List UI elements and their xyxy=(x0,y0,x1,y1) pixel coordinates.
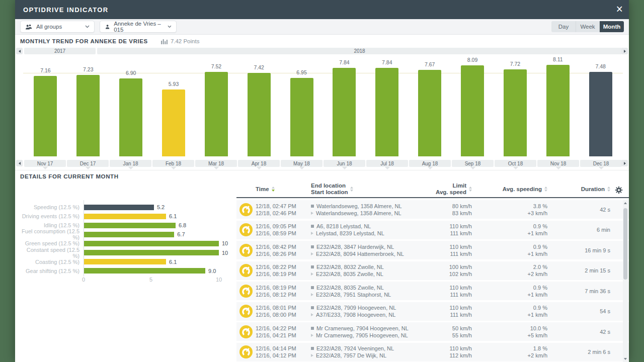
bar[interactable] xyxy=(119,78,142,156)
month-axis-cell[interactable]: Oct 18 xyxy=(495,160,536,167)
detail-bar xyxy=(84,205,154,210)
bar[interactable] xyxy=(418,70,441,156)
month-axis-cell[interactable]: May 18 xyxy=(281,160,323,167)
month-axis-cell[interactable]: Aug 18 xyxy=(409,160,451,167)
gear-icon[interactable] xyxy=(615,186,623,194)
trend-bar-sep-18[interactable]: 8.09 xyxy=(451,55,494,156)
column-header-avg-speeding[interactable]: Avg. speeding xyxy=(472,186,547,192)
month-axis-cell[interactable]: Apr 18 xyxy=(238,160,280,167)
details-axis-line xyxy=(84,200,84,277)
trend-bar-nov-17[interactable]: 7.16 xyxy=(24,55,67,156)
speeding-over: +3 km/h xyxy=(472,210,547,217)
month-axis-cell[interactable]: Nov 18 xyxy=(537,160,579,167)
group-dropdown-label: All groups xyxy=(36,24,62,30)
end-location: E232/A28, 8032 Zwolle, NL xyxy=(311,263,413,270)
trend-bar-apr-18[interactable]: 7.42 xyxy=(237,55,280,156)
month-axis-cell[interactable]: Sep 18 xyxy=(452,160,494,167)
bar-value-label: 7.72 xyxy=(494,61,536,67)
speeding-percent: 0.9 % xyxy=(472,304,547,311)
table-row[interactable]: 12/16, 08:01 PM12/16, 08:00 PME232/A28, … xyxy=(236,302,629,321)
bar[interactable] xyxy=(333,68,356,156)
bar[interactable] xyxy=(504,69,527,156)
end-location: Waterlandseweg, 1358 Almere, NL xyxy=(311,203,413,210)
scroll-up-icon[interactable] xyxy=(624,202,627,204)
column-header-location[interactable]: End location Start location xyxy=(311,183,413,196)
table-row[interactable]: 12/16, 04:14 PM12/16, 04:12 PME232/A28, … xyxy=(236,343,629,361)
location-cell: A6, 8218 Lelystad, NLLelystad, 8239 Lely… xyxy=(311,223,413,237)
trend-bar-mar-18[interactable]: 7.52 xyxy=(195,55,237,156)
speeding-violation-icon xyxy=(239,345,253,359)
violation-icon-cell xyxy=(236,223,256,237)
table-row[interactable]: 12/16, 08:42 PM12/16, 08:26 PME232/A28, … xyxy=(236,241,629,259)
bar[interactable] xyxy=(589,72,612,156)
bar[interactable] xyxy=(375,68,398,156)
detail-bar xyxy=(84,214,166,219)
detail-bar xyxy=(84,232,174,237)
month-axis-cell[interactable]: Dec 18 xyxy=(580,160,622,167)
bar[interactable] xyxy=(162,89,185,156)
table-row[interactable]: 12/16, 08:19 PM12/16, 08:12 PME232/A28, … xyxy=(236,282,629,300)
bar[interactable] xyxy=(461,65,484,156)
month-axis-cell[interactable]: Feb 18 xyxy=(152,160,194,167)
year-band-2018[interactable]: 2018 xyxy=(97,48,622,54)
close-icon[interactable]: × xyxy=(616,2,623,17)
bar[interactable] xyxy=(248,73,271,156)
week-button[interactable]: Week xyxy=(576,21,600,32)
start-marker-icon xyxy=(311,273,313,276)
violation-icon-cell xyxy=(236,203,256,217)
table-row[interactable]: 12/16, 09:05 PM12/16, 08:59 PMA6, 8218 L… xyxy=(236,221,629,239)
month-scroll-left-button[interactable] xyxy=(16,160,23,166)
limit-cell: 110 km/h112 km/h xyxy=(413,345,472,359)
speeding-percent: 3.8 % xyxy=(472,203,547,210)
column-header-duration[interactable]: Duration xyxy=(547,186,610,192)
points-indicator: 7.42 Points xyxy=(161,38,200,44)
month-button[interactable]: Month xyxy=(600,21,624,32)
sort-icon[interactable] xyxy=(607,187,610,192)
year-band-2017[interactable]: 2017 xyxy=(24,48,96,54)
month-axis-cell[interactable]: Nov 17 xyxy=(24,160,66,167)
column-header-limit[interactable]: Limit Avg. speed xyxy=(413,183,472,196)
year-scroll-left-button[interactable] xyxy=(16,48,23,54)
trend-bar-jul-18[interactable]: 7.84 xyxy=(366,55,409,156)
month-axis-cell[interactable]: Jul 18 xyxy=(366,160,408,167)
bar[interactable] xyxy=(205,72,228,156)
bar[interactable] xyxy=(76,75,100,156)
detail-row: Fuel consumption (12.5 %)6.7 xyxy=(19,231,185,237)
trend-bar-oct-18[interactable]: 7.72 xyxy=(494,55,536,156)
trend-bar-aug-18[interactable]: 7.67 xyxy=(409,55,451,156)
sort-descending-icon[interactable] xyxy=(272,187,275,192)
month-axis-cell[interactable]: Dec 17 xyxy=(67,160,109,167)
trend-bar-jan-18[interactable]: 6.90 xyxy=(110,55,152,156)
driver-dropdown[interactable]: Anneke de Vries – 015 xyxy=(100,21,177,33)
start-time: 12/18, 02:46 PM xyxy=(256,210,311,217)
bar[interactable] xyxy=(546,65,570,156)
trend-bar-dec-18[interactable]: 7.48 xyxy=(579,55,622,156)
trend-bar-nov-18[interactable]: 8.11 xyxy=(536,55,579,156)
trend-bar-may-18[interactable]: 6.95 xyxy=(280,55,323,156)
trend-bar-feb-18[interactable]: 5.93 xyxy=(152,55,195,156)
month-axis-cell[interactable]: Jan 18 xyxy=(110,160,151,167)
bar-value-label: 7.48 xyxy=(579,63,622,69)
day-button[interactable]: Day xyxy=(551,21,576,32)
trend-bar-dec-17[interactable]: 7.23 xyxy=(67,55,110,156)
sort-icon[interactable] xyxy=(350,187,353,192)
bar[interactable] xyxy=(290,78,313,156)
year-scroll-right-button[interactable] xyxy=(621,48,628,54)
scroll-down-icon[interactable] xyxy=(624,358,627,360)
end-location: E232/A28, 3847 Harderwijk, NL xyxy=(311,243,413,250)
trend-bar-jun-18[interactable]: 7.84 xyxy=(323,55,366,156)
start-marker-icon xyxy=(311,232,313,235)
scrollbar-thumb[interactable] xyxy=(623,208,627,280)
table-row[interactable]: 12/18, 02:47 PM12/18, 02:46 PMWaterlands… xyxy=(236,200,629,219)
bar[interactable] xyxy=(34,76,57,156)
vertical-scrollbar[interactable] xyxy=(623,200,628,362)
column-header-time[interactable]: Time xyxy=(256,186,311,192)
month-axis-cell[interactable]: Jun 18 xyxy=(324,160,365,167)
table-row[interactable]: 12/16, 08:22 PM12/16, 08:19 PME232/A28, … xyxy=(236,261,629,280)
speeding-over: +1 km/h xyxy=(472,230,547,237)
table-row[interactable]: 12/16, 04:22 PM12/16, 04:21 PMMr Cramerw… xyxy=(236,322,629,341)
group-dropdown[interactable]: All groups xyxy=(20,21,95,33)
speeding-violation-icon xyxy=(239,263,253,278)
month-scroll-right-button[interactable] xyxy=(621,160,628,166)
month-axis-cell[interactable]: Mar 18 xyxy=(195,160,237,167)
